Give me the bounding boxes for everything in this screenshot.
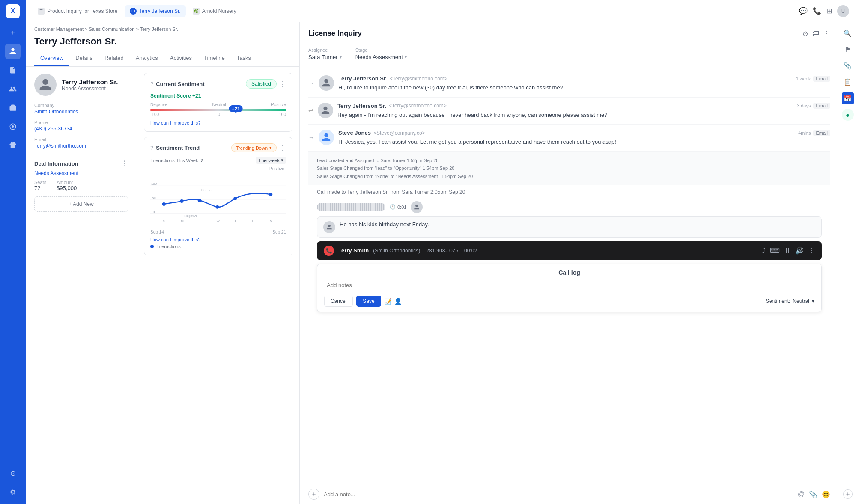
inquiry-settings-icon[interactable]: ⊙ <box>802 30 808 38</box>
msg-email-1: <Terry@smithortho.com> <box>390 76 447 82</box>
note-emoji-icon[interactable]: 😊 <box>822 490 830 498</box>
message-item-3: → Steve Jones <Steve@company.co> 4mins E… <box>308 125 830 152</box>
msg-type-1: Email <box>813 76 830 82</box>
svg-text:T: T <box>234 219 236 223</box>
call-transfer-icon[interactable]: ⤴ <box>762 247 766 255</box>
subtab-activities[interactable]: Activities <box>164 50 198 66</box>
note-at-icon[interactable]: @ <box>798 490 805 498</box>
note-add-button[interactable]: ＋ <box>308 489 319 500</box>
header-icon-grid[interactable]: ⊞ <box>826 7 832 15</box>
sentiment-label: Sentiment: <box>766 298 790 304</box>
msg-type-2: Email <box>813 103 830 109</box>
subtab-related[interactable]: Related <box>98 50 130 66</box>
header-icon-phone[interactable]: 📞 <box>813 7 821 15</box>
call-log-save-button[interactable]: Save <box>356 296 381 307</box>
deal-menu-button[interactable]: ⋮ <box>121 160 128 168</box>
svg-text:Neutral: Neutral <box>201 188 212 192</box>
sidebar-icon-documents[interactable] <box>5 62 21 78</box>
tab-terry-jefferson[interactable]: TJ Terry Jefferson Sr. <box>125 5 186 17</box>
call-log-notes-input[interactable] <box>324 279 814 291</box>
week-selector[interactable]: This week ▾ <box>256 157 286 164</box>
email-value[interactable]: Terry@smithortho.com <box>34 143 128 149</box>
sidebar-icon-add[interactable]: ＋ <box>5 25 21 40</box>
legend-dot <box>150 245 154 248</box>
rs-doc-icon[interactable]: 📋 <box>842 76 854 88</box>
rs-add-button[interactable]: ＋ <box>843 489 853 499</box>
assignee-select[interactable]: Sara Turner ▾ <box>308 54 342 60</box>
active-call-bar: 📞 Terry Smith (Smith Orthodontics) 281-9… <box>317 241 822 260</box>
call-log-cancel-button[interactable]: Cancel <box>324 296 353 307</box>
subtab-details[interactable]: Details <box>69 50 98 66</box>
msg-email-3: <Steve@company.co> <box>373 130 425 136</box>
call-record-label: Call made to Terry Jefferson Sr. from Sa… <box>317 189 822 195</box>
sentiment-value[interactable]: Neutral <box>793 298 809 304</box>
phone-value[interactable]: (480) 256-36734 <box>34 126 128 132</box>
msg-avatar-1 <box>319 75 334 91</box>
subtab-timeline[interactable]: Timeline <box>198 50 231 66</box>
subtab-tasks[interactable]: Tasks <box>231 50 257 66</box>
improve-link-1[interactable]: How can I improve this? <box>150 120 286 125</box>
gauge-value: +21 <box>229 105 243 112</box>
tab-arnold-nursery[interactable]: 🌿 Arnold Nursery <box>188 5 242 17</box>
msg-time-2: 3 days <box>797 103 811 108</box>
msg-sender-3: Steve Jones <box>338 130 371 136</box>
company-label: Company <box>34 103 128 108</box>
msg-arrow-1: → <box>308 75 314 92</box>
date-end: Sep 21 <box>272 230 286 234</box>
note-input[interactable] <box>324 491 793 498</box>
msg-arrow-2: ↩ <box>308 103 313 119</box>
deal-title: Deal Information <box>34 160 78 167</box>
tab-product-inquiry[interactable]: ☰ Product Inquiry for Texas Store <box>33 5 123 17</box>
sentiment-menu-button[interactable]: ⋮ <box>279 80 286 88</box>
rs-clip-icon[interactable]: 📎 <box>842 60 854 72</box>
rs-green-icon[interactable]: ● <box>842 109 854 121</box>
add-new-button[interactable]: + Add New <box>34 196 128 212</box>
log-icon-profile[interactable]: 👤 <box>394 298 402 305</box>
svg-text:S: S <box>270 219 272 223</box>
rs-search-icon[interactable]: 🔍 <box>842 27 854 39</box>
improve-link-2[interactable]: How can I improve this? <box>150 237 286 242</box>
log-icon-transcript[interactable]: 📝 <box>385 298 392 305</box>
tab-icon-terry: TJ <box>130 8 137 15</box>
trend-menu-button[interactable]: ⋮ <box>279 144 286 152</box>
sentiment-chart: 100 50 0 S M T W T F S <box>150 172 286 228</box>
call-hold-icon[interactable]: ⏸ <box>784 247 791 255</box>
interactions-count: 7 <box>200 158 203 163</box>
company-value[interactable]: Smith Orthodontics <box>34 109 128 115</box>
active-call-duration: 00:02 <box>464 248 477 254</box>
stage-select[interactable]: Needs Assessment ▾ <box>355 54 407 60</box>
clock-icon: 🕐 <box>390 204 396 210</box>
sidebar-icon-target[interactable] <box>5 119 21 134</box>
inquiry-more-icon[interactable]: ⋮ <box>823 30 830 38</box>
call-volume-icon[interactable]: 🔊 <box>795 246 804 255</box>
stage-label: Stage <box>355 47 407 53</box>
call-end-button[interactable]: 📞 <box>324 246 334 256</box>
note-attach-icon[interactable]: 📎 <box>809 490 817 498</box>
inquiry-tag-icon[interactable]: 🏷 <box>812 30 819 37</box>
assignee-label: Assignee <box>308 47 342 53</box>
sidebar-icon-briefcase[interactable] <box>5 100 21 116</box>
sidebar-icon-settings[interactable]: ⚙ <box>5 484 21 500</box>
legend-label: Interactions <box>156 244 181 249</box>
rs-flag-icon[interactable]: ⚑ <box>842 44 854 56</box>
message-item: → Terry Jefferson Sr. <Terry@smithortho.… <box>308 70 830 98</box>
call-dialpad-icon[interactable]: ⌨ <box>770 246 780 255</box>
sentiment-help-icon[interactable]: ? <box>150 81 153 87</box>
header-icon-chat[interactable]: 💬 <box>799 7 808 15</box>
audio-waveform[interactable] <box>317 203 385 211</box>
rs-calendar-icon[interactable]: 📅 <box>842 92 854 104</box>
subtab-overview[interactable]: Overview <box>34 50 69 66</box>
sidebar-icon-group[interactable] <box>5 81 21 97</box>
sidebar-icon-contacts[interactable] <box>5 44 21 59</box>
app-logo[interactable]: X <box>6 4 20 18</box>
subtab-analytics[interactable]: Analytics <box>130 50 164 66</box>
header-avatar[interactable]: U <box>837 5 849 17</box>
call-log-sentiment: Sentiment: Neutral ▾ <box>766 298 814 304</box>
sidebar-icon-gift[interactable] <box>5 138 21 153</box>
call-more-icon[interactable]: ⋮ <box>808 246 815 255</box>
sidebar-icon-settings-circle[interactable]: ⊙ <box>5 465 21 481</box>
trend-help-icon[interactable]: ? <box>150 145 153 151</box>
sentiment-arrow[interactable]: ▾ <box>812 298 814 304</box>
contact-name: Terry Jefferson Sr. <box>62 78 118 86</box>
activity-log: Lead created and Assigned to Sara Turner… <box>308 152 830 185</box>
